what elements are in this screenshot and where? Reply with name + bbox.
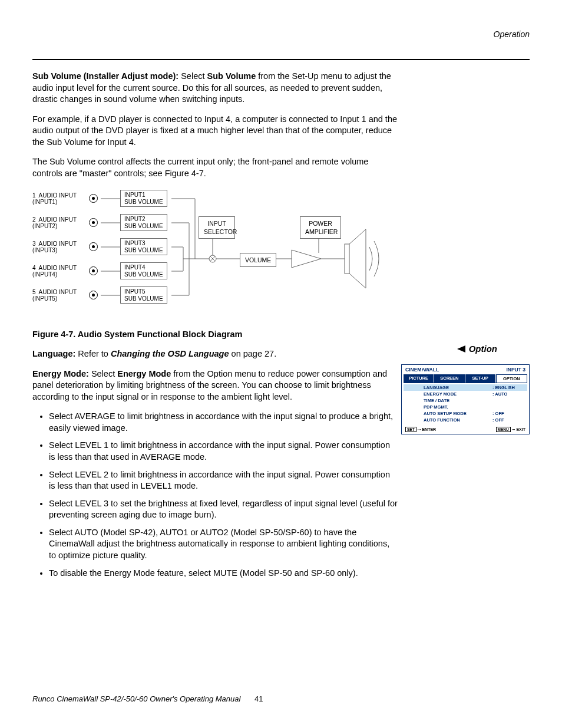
svg-rect-15 [345, 244, 349, 274]
osd-footer: SET··· ENTER MENU··· EXIT [402, 426, 529, 434]
subvolume-box: INPUT5SUB VOLUME [120, 286, 167, 304]
text-bold: Sub Volume [207, 71, 256, 81]
jack-icon [89, 291, 98, 299]
list-item: Select AUTO (Model SP-42), AUTO1 or AUTO… [49, 527, 398, 562]
osd-row-autosetup[interactable]: AUTO SETUP MODE: OFF [404, 410, 527, 417]
subvolume-box: INPUT1SUB VOLUME [120, 190, 167, 207]
audio-input-4: 4 AUDIO INPUT(INPUT4) INPUT4SUB VOLUME [32, 261, 167, 282]
osd-tab-screen[interactable]: SCREEN [434, 374, 464, 383]
jack-icon [89, 242, 98, 251]
audio-label: 1 AUDIO INPUT(INPUT1) [32, 192, 84, 205]
xref: Changing the OSD Language [111, 349, 229, 358]
footer-title: Runco CinemaWall SP-42/-50/-60 Owner's O… [32, 694, 240, 703]
list-item: Select AVERAGE to limit brightness in ac… [49, 411, 398, 434]
audio-label: 5 AUDIO INPUT(INPUT5) [32, 289, 84, 302]
subvolume-box: INPUT2SUB VOLUME [120, 214, 167, 231]
osd-foot-enter: SET··· ENTER [405, 427, 436, 431]
power-amp-block: POWER AMPLIFIER [300, 216, 341, 239]
input-selector-block: INPUT SELECTOR [199, 216, 235, 239]
osd-titlebar: CINEMAWALL INPUT 3 [402, 365, 529, 374]
text-bold: Energy Mode [117, 369, 171, 378]
audio-label: 4 AUDIO INPUT(INPUT4) [32, 265, 84, 278]
osd-row-pdp[interactable]: PDP MGMT. [404, 404, 527, 410]
header-rule [32, 59, 530, 60]
section-header: Operation [494, 29, 530, 39]
list-item: To disable the Energy Mode feature, sele… [49, 568, 398, 579]
osd-tab-option[interactable]: OPTION [496, 374, 527, 383]
audio-label: 3 AUDIO INPUT(INPUT3) [32, 241, 84, 253]
energy-mode-list: Select AVERAGE to limit brightness in ac… [49, 411, 398, 579]
osd-row-language[interactable]: LANGUAGE: ENGLISH [404, 384, 527, 391]
osd-tab-picture[interactable]: PICTURE [404, 374, 434, 383]
subvolume-heading: Sub Volume (Installer Adjust mode): [32, 71, 181, 81]
osd-menu: CINEMAWALL INPUT 3 PICTURE SCREEN SET-UP… [401, 364, 530, 434]
audio-input-1: 1 AUDIO INPUT(INPUT1) INPUT1SUB VOLUME [32, 188, 167, 209]
osd-tabs: PICTURE SCREEN SET-UP OPTION [402, 374, 529, 383]
subvolume-box: INPUT3SUB VOLUME [120, 238, 167, 255]
audio-label: 2 AUDIO INPUT(INPUT2) [32, 216, 84, 229]
sidebar-option-heading: Option [457, 344, 497, 354]
paragraph-example: For example, if a DVD player is connecte… [32, 114, 398, 149]
svg-marker-12 [292, 250, 321, 268]
paragraph-energy: Energy Mode: Select Energy Mode from the… [32, 368, 398, 403]
paragraph-subvolume: Sub Volume (Installer Adjust mode): Sele… [32, 71, 398, 106]
paragraph-language: Language: Refer to Changing the OSD Lang… [32, 348, 398, 360]
audio-input-2: 2 AUDIO INPUT(INPUT2) INPUT2SUB VOLUME [32, 212, 167, 233]
osd-row-timedate[interactable]: TIME / DATE [404, 397, 527, 404]
audio-block-diagram: 1 AUDIO INPUT(INPUT1) INPUT1SUB VOLUME 2… [32, 188, 398, 321]
jack-icon [89, 194, 98, 203]
sidebar-label: Option [469, 344, 497, 354]
osd-row-energy[interactable]: ENERGY MODE: AUTO [404, 391, 527, 397]
audio-input-5: 5 AUDIO INPUT(INPUT5) INPUT5SUB VOLUME [32, 285, 167, 306]
main-content: Sub Volume (Installer Adjust mode): Sele… [32, 71, 398, 587]
osd-tab-setup[interactable]: SET-UP [465, 374, 495, 383]
page-footer: Runco CinemaWall SP-42/-50/-60 Owner's O… [32, 694, 263, 703]
audio-input-3: 3 AUDIO INPUT(INPUT3) INPUT3SUB VOLUME [32, 236, 167, 258]
text: Select [181, 71, 207, 81]
energy-heading: Energy Mode: [32, 369, 91, 378]
jack-icon [89, 266, 98, 275]
figure-caption: Figure 4-7. Audio System Functional Bloc… [32, 329, 398, 341]
jack-icon [89, 218, 98, 227]
osd-body: LANGUAGE: ENGLISH ENERGY MODE: AUTO TIME… [404, 383, 527, 424]
text: Select [91, 369, 117, 378]
page-number: 41 [254, 694, 263, 703]
text: Refer to [78, 349, 111, 358]
osd-foot-exit: MENU··· EXIT [496, 427, 525, 431]
language-heading: Language: [32, 349, 78, 358]
arrow-left-icon [457, 345, 465, 353]
osd-input-label: INPUT 3 [506, 367, 525, 373]
osd-title-text: CINEMAWALL [405, 367, 439, 373]
osd-row-autofunc[interactable]: AUTO FUNCTION: OFF [404, 417, 527, 423]
volume-block: VOLUME [240, 253, 276, 267]
list-item: Select LEVEL 3 to set the brightness at … [49, 498, 398, 521]
paragraph-note: The Sub Volume control affects the curre… [32, 156, 398, 179]
list-item: Select LEVEL 1 to limit brightness in ac… [49, 440, 398, 463]
text: on page 27. [229, 349, 277, 358]
subvolume-box: INPUT4SUB VOLUME [120, 262, 167, 279]
list-item: Select LEVEL 2 to limit brightness in ac… [49, 469, 398, 492]
